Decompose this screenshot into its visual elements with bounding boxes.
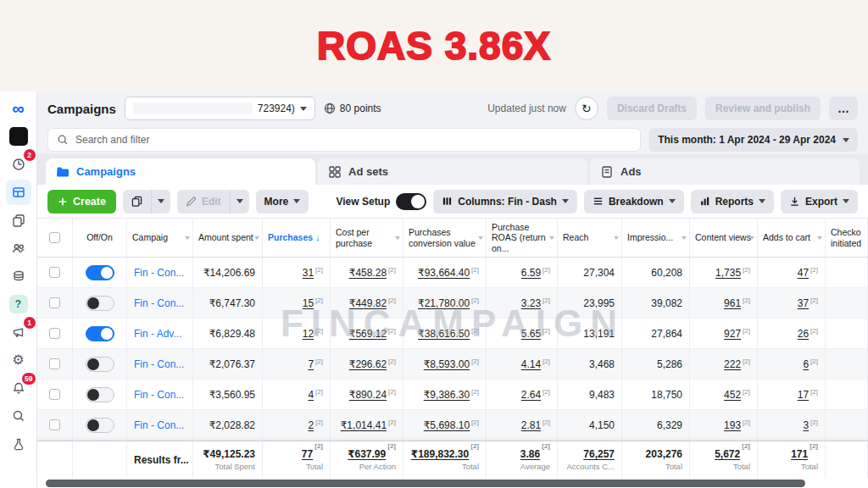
more-menu-button[interactable]: …: [829, 97, 858, 120]
row-checkbox[interactable]: [49, 297, 60, 308]
total-content-views[interactable]: 5,672: [715, 448, 740, 460]
duplicate-button[interactable]: [123, 190, 151, 214]
business-avatar[interactable]: [6, 124, 31, 149]
conversion-value[interactable]: ₹8,593.00: [424, 358, 470, 370]
sidebar-item-help[interactable]: ?: [6, 291, 31, 317]
adds-to-cart-value[interactable]: 6: [803, 358, 809, 370]
adds-to-cart-value[interactable]: 17: [798, 389, 809, 401]
create-button[interactable]: Create: [47, 190, 116, 214]
duplicate-caret-button[interactable]: [151, 190, 170, 214]
col-purchase-roas[interactable]: Purchase ROAS (return on...: [487, 219, 558, 257]
col-amount-spent[interactable]: Amount spent: [193, 219, 263, 257]
campaign-row[interactable]: Fin - Con... ₹14,206.69 31[2] ₹458.28[2]…: [37, 258, 868, 288]
campaign-name-link[interactable]: Fin - Con...: [134, 267, 184, 279]
campaign-row[interactable]: Fin - Adv... ₹6,829.48 12[2] ₹569.12[2] …: [37, 319, 868, 349]
sidebar-item-notifications[interactable]: 59: [6, 375, 31, 401]
col-campaign[interactable]: Campaig: [127, 219, 193, 257]
conversion-value[interactable]: ₹93,664.40: [418, 267, 470, 279]
campaign-toggle[interactable]: [86, 357, 114, 372]
total-purchases[interactable]: 77: [302, 448, 313, 460]
adds-to-cart-value[interactable]: 26: [798, 328, 809, 340]
roas-value[interactable]: 2.81: [521, 419, 541, 431]
cost-per-purchase-value[interactable]: ₹569.12: [349, 328, 387, 340]
total-conversion-value[interactable]: ₹189,832.30: [411, 448, 469, 460]
sort-caret-icon[interactable]: [254, 236, 259, 240]
content-views-value[interactable]: 961: [724, 297, 741, 309]
campaign-name-link[interactable]: Fin - Con...: [134, 419, 184, 431]
sidebar-item-billing[interactable]: [6, 263, 31, 289]
purchases-value[interactable]: 15: [303, 297, 314, 309]
tab-adsets[interactable]: Ad sets: [318, 158, 587, 185]
campaign-name-link[interactable]: Fin - Con...: [134, 358, 184, 370]
sidebar-item-search[interactable]: [6, 403, 31, 429]
col-reach[interactable]: Reach: [558, 219, 622, 257]
meta-logo[interactable]: ∞: [6, 96, 31, 121]
conversion-value[interactable]: ₹21,780.00: [418, 297, 470, 309]
adds-to-cart-value[interactable]: 37: [798, 297, 809, 309]
campaign-toggle[interactable]: [86, 265, 114, 280]
col-adds-to-cart[interactable]: Adds to cart: [758, 219, 826, 257]
cost-per-purchase-value[interactable]: ₹458.28: [349, 267, 387, 279]
conversion-value[interactable]: ₹5,698.10: [424, 419, 470, 431]
roas-value[interactable]: 5.65: [521, 328, 541, 340]
sidebar-item-pages[interactable]: [6, 208, 31, 233]
sort-caret-icon[interactable]: [549, 236, 554, 240]
adds-to-cart-value[interactable]: 47: [798, 267, 809, 279]
review-publish-button[interactable]: Review and publish: [705, 97, 821, 120]
avg-roas[interactable]: 3.86: [520, 448, 540, 460]
campaign-name-link[interactable]: Fin - Con...: [134, 389, 184, 401]
col-purchases[interactable]: Purchases↓: [263, 219, 331, 257]
sidebar-item-campaigns[interactable]: [6, 180, 31, 205]
col-cost-per-purchase[interactable]: Cost per purchase: [331, 219, 403, 257]
sidebar-item-account-overview[interactable]: 2: [6, 152, 31, 177]
cost-per-purchase-value[interactable]: ₹296.62: [349, 358, 387, 370]
select-all-checkbox[interactable]: [49, 232, 60, 243]
tab-ads[interactable]: Ads: [590, 158, 860, 185]
campaign-toggle[interactable]: [86, 418, 114, 433]
hscroll-thumb[interactable]: [46, 480, 805, 487]
row-checkbox[interactable]: [49, 358, 60, 369]
purchases-value[interactable]: 12: [303, 328, 314, 340]
adds-to-cart-value[interactable]: 3: [803, 419, 809, 431]
sort-caret-icon[interactable]: [682, 236, 687, 240]
sidebar-item-settings[interactable]: ⚙: [6, 347, 31, 373]
purchases-value[interactable]: 31: [303, 267, 314, 279]
row-checkbox[interactable]: [49, 389, 60, 400]
total-adds-to-cart[interactable]: 171: [791, 448, 808, 460]
conversion-value[interactable]: ₹38,616.50: [418, 328, 470, 340]
roas-value[interactable]: 4.14: [521, 358, 541, 370]
refresh-button[interactable]: ↻: [575, 97, 598, 120]
export-button[interactable]: Export: [781, 190, 858, 214]
tab-campaigns[interactable]: Campaigns: [46, 158, 315, 185]
sort-caret-icon[interactable]: [478, 236, 483, 240]
conversion-value[interactable]: ₹9,386.30: [424, 389, 470, 401]
sort-caret-icon[interactable]: [749, 236, 754, 240]
columns-button[interactable]: Columns: Fin - Dash: [433, 190, 577, 214]
purchases-value[interactable]: 2: [308, 419, 314, 431]
row-checkbox[interactable]: [49, 419, 60, 430]
cost-per-purchase-value[interactable]: ₹890.24: [349, 389, 387, 401]
campaign-toggle[interactable]: [86, 326, 114, 341]
content-views-value[interactable]: 452: [724, 389, 741, 401]
sort-caret-icon[interactable]: [395, 236, 400, 240]
breakdown-button[interactable]: Breakdown: [584, 190, 684, 214]
sort-caret-icon[interactable]: [817, 236, 822, 240]
cost-per-purchase-value[interactable]: ₹449.82: [349, 297, 387, 309]
row-checkbox[interactable]: [49, 267, 60, 278]
content-views-value[interactable]: 193: [724, 419, 741, 431]
roas-value[interactable]: 2.64: [521, 389, 541, 401]
campaign-row[interactable]: Fin - Con... ₹2,028.82 2[2] ₹1,014.41[2]…: [37, 410, 868, 441]
sort-desc-icon[interactable]: ↓: [315, 232, 320, 243]
sidebar-item-audiences[interactable]: [6, 236, 31, 261]
edit-button[interactable]: Edit: [177, 190, 230, 214]
roas-value[interactable]: 3.23: [521, 297, 541, 309]
campaign-row[interactable]: Fin - Con... ₹6,747.30 15[2] ₹449.82[2] …: [37, 288, 868, 319]
view-setup-toggle[interactable]: [396, 193, 426, 210]
campaign-toggle[interactable]: [86, 387, 114, 402]
content-views-value[interactable]: 1,735: [715, 267, 741, 279]
purchases-value[interactable]: 7: [308, 358, 314, 370]
search-input[interactable]: [75, 134, 632, 146]
roas-value[interactable]: 6.59: [521, 267, 541, 279]
col-checkout-initiated[interactable]: Checko initiated: [826, 219, 868, 257]
col-impressions[interactable]: Impressio...: [622, 219, 690, 257]
